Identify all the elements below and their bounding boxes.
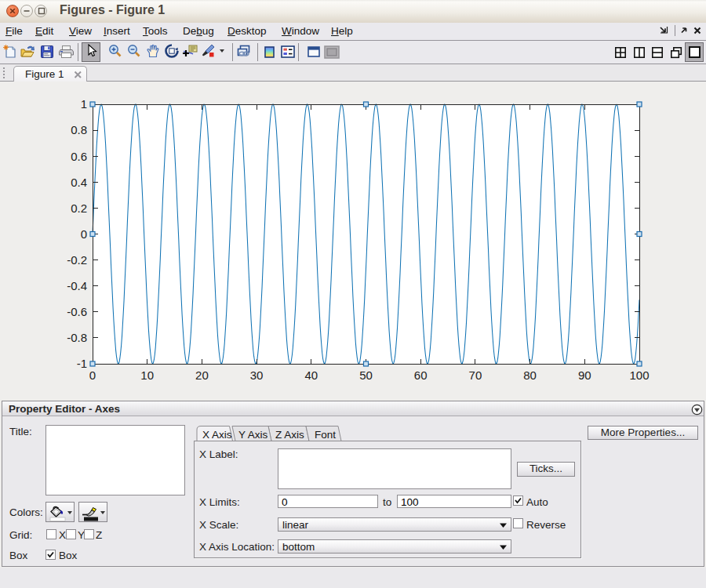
svg-text:30: 30 [250,368,264,382]
svg-text:0: 0 [89,368,96,382]
svg-text:60: 60 [414,368,428,382]
svg-text:50: 50 [359,368,373,382]
svg-text:-1: -1 [77,357,87,370]
svg-text:0.6: 0.6 [71,150,87,163]
svg-text:Z Axis: Z Axis [275,429,304,441]
svg-text:0: 0 [81,227,87,241]
svg-text:80: 80 [523,368,537,382]
svg-text:Y Axis: Y Axis [238,429,268,441]
svg-text:0.4: 0.4 [71,176,87,189]
svg-text:-0.8: -0.8 [67,331,87,344]
svg-text:100: 100 [629,368,649,382]
svg-text:20: 20 [195,368,209,382]
svg-text:-0.4: -0.4 [67,279,87,292]
svg-text:0.2: 0.2 [71,201,87,215]
svg-text:70: 70 [469,368,482,382]
svg-text:X Axis: X Axis [202,429,232,441]
svg-text:90: 90 [578,368,591,382]
svg-text:-0.2: -0.2 [67,253,87,267]
svg-text:10: 10 [140,368,154,382]
svg-text:-0.6: -0.6 [67,305,87,318]
svg-text:40: 40 [304,368,318,382]
svg-text:0.8: 0.8 [71,123,87,136]
svg-text:1: 1 [81,97,87,111]
svg-text:Font: Font [315,429,336,441]
